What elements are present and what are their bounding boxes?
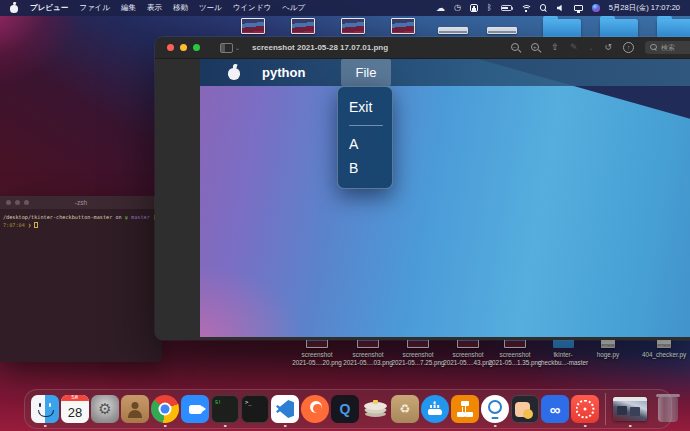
terminal-window[interactable]: -zsh /desktop/tkinter-checkbutton-master… bbox=[0, 196, 162, 362]
webcam-icon bbox=[481, 395, 509, 423]
vscode-icon bbox=[271, 395, 299, 423]
window-title: screenshot 2021-05-28 17.07.01.png bbox=[252, 43, 388, 52]
dock-separator bbox=[605, 393, 606, 425]
menu-item-tools[interactable]: ツール bbox=[199, 3, 222, 13]
spotlight-icon[interactable] bbox=[540, 4, 548, 12]
desktop-screenshot-thumbnail[interactable] bbox=[341, 18, 365, 34]
recycle-bag-icon: ♻ bbox=[391, 395, 419, 423]
markup-toolbar-button[interactable]: ↑ bbox=[623, 42, 634, 53]
dock-postman[interactable] bbox=[301, 395, 329, 423]
menu-item-view[interactable]: 表示 bbox=[147, 3, 162, 13]
terminal-icon: >_ bbox=[241, 395, 269, 423]
sidebar-toggle-button[interactable]: ⌄ bbox=[220, 43, 240, 53]
screenshot-app-icon bbox=[511, 395, 539, 423]
desktop-screenshot-thumbnail[interactable] bbox=[241, 18, 265, 34]
dock-docker[interactable] bbox=[421, 395, 449, 423]
quicktime-icon: Q bbox=[331, 395, 359, 423]
volume-icon[interactable] bbox=[557, 5, 565, 12]
dock-drawio[interactable] bbox=[451, 395, 479, 423]
dock-app-cleaner[interactable]: ♻ bbox=[391, 395, 419, 423]
minimize-button[interactable] bbox=[180, 44, 187, 51]
gear-icon: ⚙ bbox=[91, 395, 119, 423]
markup-pen-button[interactable]: ✎ bbox=[570, 43, 578, 52]
menu-item-preview[interactable]: プレビュー bbox=[30, 3, 68, 13]
dock-timer-app[interactable] bbox=[571, 395, 599, 423]
running-indicator bbox=[284, 425, 287, 428]
timer-clock-icon bbox=[571, 395, 599, 423]
dock-webcam-app[interactable] bbox=[481, 395, 509, 423]
terminal-prompt-line2: 7:07:04 ❯ bbox=[3, 221, 159, 229]
user-switch-icon[interactable] bbox=[470, 4, 478, 12]
file-name: checkbu...-master bbox=[533, 359, 593, 367]
plus-icon: + bbox=[533, 44, 537, 50]
terminal-icon: S! bbox=[211, 395, 239, 423]
display-icon[interactable] bbox=[574, 5, 583, 12]
postman-icon bbox=[301, 395, 329, 423]
rotate-button[interactable]: ↺ bbox=[604, 43, 612, 52]
dock-sequel-pro[interactable] bbox=[361, 395, 389, 423]
dock-terminal-green[interactable]: S! bbox=[211, 395, 239, 423]
fullscreen-button[interactable] bbox=[193, 44, 200, 51]
search-field[interactable]: 検索 bbox=[645, 41, 690, 54]
markup-chevron-button[interactable]: ⌄ bbox=[588, 45, 593, 51]
clock-icon[interactable]: ◷ bbox=[454, 4, 461, 12]
dock-zoom[interactable] bbox=[181, 395, 209, 423]
battery-icon[interactable] bbox=[501, 5, 512, 11]
inner-menu-item-exit: Exit bbox=[338, 95, 392, 119]
calendar-icon: 5月28 bbox=[61, 395, 89, 423]
menu-bar: プレビュー ファイル 編集 表示 移動 ツール ウインドウ ヘルプ ☁ ◷ ᛒ … bbox=[0, 0, 690, 16]
camera-glyph bbox=[189, 405, 202, 414]
dock-quicktime[interactable]: Q bbox=[331, 395, 359, 423]
contacts-icon bbox=[121, 395, 149, 423]
dock-system-preferences[interactable]: ⚙ bbox=[91, 395, 119, 423]
terminal-body[interactable]: /desktop/tkinter-checkbutton-master on ψ… bbox=[0, 209, 162, 233]
dock-minimized-window[interactable] bbox=[612, 395, 648, 423]
running-indicator bbox=[44, 425, 47, 428]
menu-item-file[interactable]: ファイル bbox=[79, 3, 110, 13]
desktop-screenshot-thumbnail[interactable] bbox=[391, 18, 415, 34]
dock-cleanshot[interactable] bbox=[511, 395, 539, 423]
zoom-out-button[interactable]: − bbox=[511, 43, 520, 52]
preview-titlebar[interactable]: ⌄ screenshot 2021-05-28 17.07.01.png − +… bbox=[155, 37, 690, 59]
trash-icon[interactable] bbox=[658, 397, 678, 422]
desktop-bar-thumbnail[interactable] bbox=[438, 27, 468, 34]
wifi-icon[interactable] bbox=[521, 4, 531, 12]
dock-vscode[interactable] bbox=[271, 395, 299, 423]
dock-chrome[interactable] bbox=[151, 395, 179, 423]
zoom-in-button[interactable]: + bbox=[531, 43, 540, 52]
minimized-window-thumbnail bbox=[613, 397, 647, 421]
file-name: 404_checker.py bbox=[634, 351, 690, 359]
diagram-icon bbox=[451, 395, 479, 423]
share-button[interactable]: ⇧ bbox=[551, 43, 559, 52]
dock-infinity-app[interactable]: ∞ bbox=[541, 395, 569, 423]
minus-icon: − bbox=[513, 44, 517, 50]
close-button[interactable] bbox=[167, 44, 174, 51]
finder-icon bbox=[31, 395, 59, 423]
menubar-datetime[interactable]: 5月28日(金) 17:07:20 bbox=[609, 3, 680, 13]
terminal-glyph: >_ bbox=[242, 396, 252, 405]
apple-menu-icon[interactable] bbox=[10, 3, 18, 13]
dock: 5月28 ⚙ S! >_ Q ♻ ∞ bbox=[24, 389, 672, 429]
bluetooth-icon[interactable]: ᛒ bbox=[487, 4, 492, 12]
menu-item-go[interactable]: 移動 bbox=[173, 3, 188, 13]
docker-whale-icon bbox=[421, 395, 449, 423]
terminal-titlebar[interactable]: -zsh bbox=[0, 196, 162, 209]
dock-terminal[interactable]: >_ bbox=[241, 395, 269, 423]
inner-file-menu: File bbox=[341, 59, 391, 86]
menu-item-edit[interactable]: 編集 bbox=[121, 3, 136, 13]
running-indicator bbox=[629, 425, 632, 428]
dock-contacts[interactable] bbox=[121, 395, 149, 423]
dock-finder[interactable] bbox=[31, 395, 59, 423]
desktop: プレビュー ファイル 編集 表示 移動 ツール ウインドウ ヘルプ ☁ ◷ ᛒ … bbox=[0, 0, 690, 431]
dock-calendar[interactable]: 5月28 bbox=[61, 395, 89, 423]
menu-item-help[interactable]: ヘルプ bbox=[282, 3, 305, 13]
menu-items: プレビュー ファイル 編集 表示 移動 ツール ウインドウ ヘルプ bbox=[30, 3, 305, 13]
running-indicator bbox=[584, 425, 587, 428]
status-area: ☁ ◷ ᛒ 5月28日(金) 17:07:20 bbox=[436, 3, 680, 13]
file-name: hoge.py bbox=[578, 351, 638, 359]
desktop-bar-thumbnail[interactable] bbox=[487, 27, 517, 34]
menu-item-window[interactable]: ウインドウ bbox=[233, 3, 271, 13]
cloud-icon[interactable]: ☁ bbox=[436, 4, 445, 13]
desktop-screenshot-thumbnail[interactable] bbox=[291, 18, 315, 34]
siri-icon[interactable] bbox=[592, 4, 600, 12]
